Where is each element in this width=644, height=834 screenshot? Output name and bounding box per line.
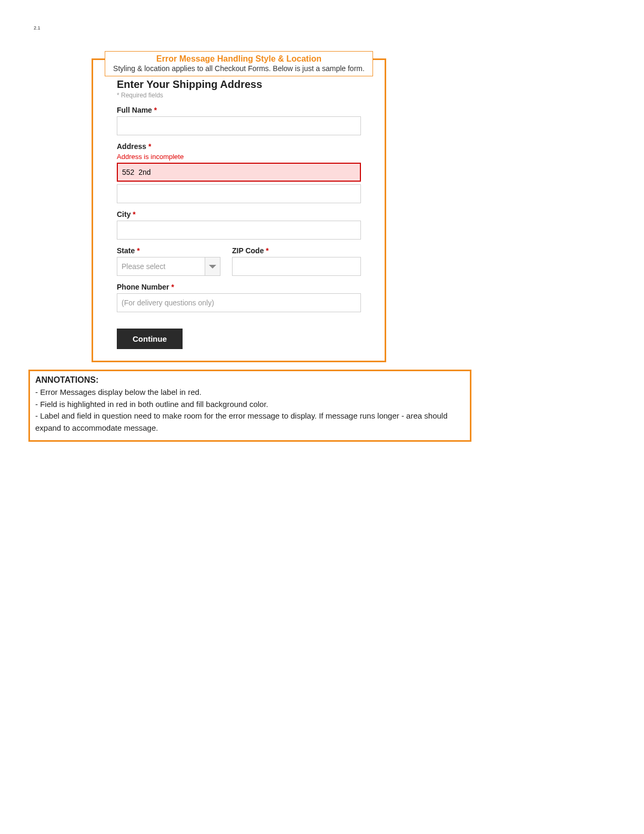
required-star: * [266,246,268,255]
annotations-box: ANNOTATIONS: - Error Messages display be… [28,370,471,442]
address-group: Address * Address is incomplete [117,142,361,203]
chevron-down-icon [205,257,220,276]
required-star: * [137,246,139,255]
zip-input[interactable] [232,257,361,276]
required-fields-note: * Required fields [117,92,361,99]
full-name-label: Full Name * [117,106,361,114]
full-name-input[interactable] [117,116,361,135]
form-container: Error Message Handling Style & Location … [92,58,386,362]
state-group: State * Please select [117,246,220,276]
address-label: Address * [117,142,361,151]
annotation-line: - Label and field in question need to ma… [35,410,465,434]
required-star: * [133,210,135,219]
page-number: 2.1 [34,25,41,31]
shipping-form: Enter Your Shipping Address * Required f… [93,60,385,361]
full-name-group: Full Name * [117,106,361,135]
address-line1-input[interactable] [117,163,361,182]
required-star: * [148,142,151,151]
zip-group: ZIP Code * [232,246,361,276]
phone-input[interactable] [117,293,361,312]
state-zip-row: State * Please select ZIP Code * [117,246,361,276]
city-input[interactable] [117,221,361,240]
phone-label: Phone Number * [117,283,361,291]
continue-button[interactable]: Continue [117,329,183,349]
annotations-title: ANNOTATIONS: [35,375,465,385]
state-label: State * [117,246,220,255]
header-banner: Error Message Handling Style & Location … [105,51,373,76]
header-subtitle: Styling & location applies to all Checko… [109,64,368,73]
zip-label: ZIP Code * [232,246,361,255]
required-star: * [171,283,174,291]
required-star: * [154,106,157,114]
address-line2-input[interactable] [117,184,361,203]
state-select[interactable]: Please select [117,257,220,276]
annotation-line: - Field is highlighted in red in both ou… [35,399,465,411]
city-group: City * [117,210,361,240]
city-label: City * [117,210,361,219]
header-title: Error Message Handling Style & Location [109,54,368,64]
address-error-message: Address is incomplete [117,153,361,161]
form-title: Enter Your Shipping Address [117,78,361,91]
annotation-line: - Error Messages display below the label… [35,386,465,399]
phone-group: Phone Number * [117,283,361,312]
